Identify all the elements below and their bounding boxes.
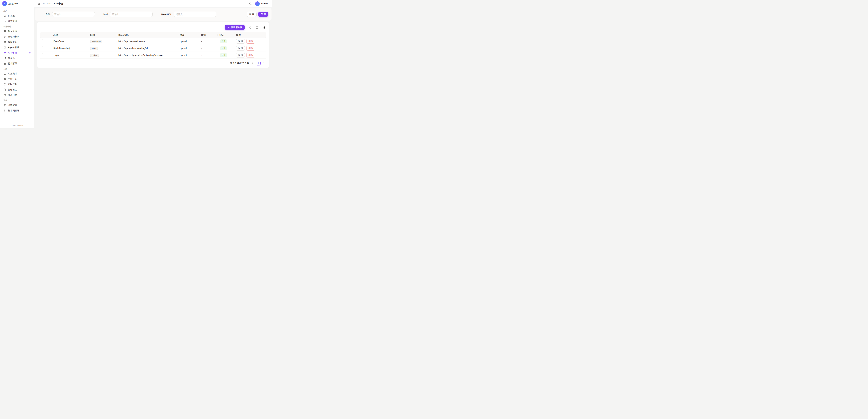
sidebar-footer-version: ZCLAW Admin v2	[0, 123, 34, 128]
filter-actions: 重 置 查 询	[247, 12, 268, 17]
sidebar-item-label: 用量统计	[8, 72, 17, 75]
sidebar-item-accounts[interactable]: 账号管理	[2, 29, 32, 34]
sidebar-item-prompt-management[interactable]: 提示词管理	[2, 108, 32, 113]
crown-icon	[3, 20, 6, 23]
table-row: zhipuzhipuhttps://open.bigmodel.cn/api/c…	[40, 52, 266, 59]
nav-section-label: 核心	[2, 8, 32, 13]
filter-label: 名称:	[45, 13, 51, 16]
delete-button[interactable]: 删 除	[246, 46, 255, 51]
base-url-cell: https://api.deepseek.com/v1	[116, 38, 178, 45]
pagination: 第 1-3 条/总共 3 条 1	[40, 59, 266, 66]
user-name: Admin	[261, 2, 268, 5]
providers-card: 新建服务商 名称标识Base URL协议RPM状态操作 DeepSeekdeep…	[37, 22, 269, 68]
clock-icon	[3, 83, 6, 86]
sidebar-item-label: 知识库	[8, 57, 15, 60]
expand-row-button[interactable]	[42, 53, 46, 57]
sidebar-item-knowledge-base[interactable]: 知识库	[2, 56, 32, 61]
sidebar-item-billing[interactable]: 计费管理	[2, 19, 32, 24]
sidebar-item-model-services[interactable]: 模型服务	[2, 39, 32, 44]
expand-row-button[interactable]	[42, 39, 46, 43]
sidebar-item-label: 行业配置	[8, 62, 17, 65]
protocol-cell: openai	[178, 45, 199, 52]
sidebar-collapse-button[interactable]	[37, 2, 40, 5]
nav-section-label: 系统	[2, 98, 32, 102]
store-icon	[3, 62, 6, 65]
active-indicator-dot	[29, 52, 31, 54]
sidebar-item-usage-stats[interactable]: 用量统计	[2, 71, 32, 76]
table-row: Kimi (Moonshot)kimihttps://api.kimi.com/…	[40, 45, 266, 52]
filter-field-identifier: 标识:	[103, 12, 153, 17]
refresh-table-button[interactable]	[249, 26, 252, 29]
breadcrumb-separator: /	[52, 2, 53, 5]
identifier-filter-input[interactable]	[110, 12, 153, 17]
swap-icon	[3, 78, 6, 81]
robot-icon	[3, 46, 6, 49]
edit-button[interactable]: 编 辑	[236, 39, 245, 43]
delete-button[interactable]: 删 除	[246, 39, 255, 43]
identifier-tag: deepseek	[90, 40, 102, 43]
sidebar-item-label: 计费管理	[8, 20, 17, 23]
next-page-button[interactable]	[262, 62, 265, 64]
breadcrumb-root[interactable]: ZCLAW	[43, 2, 51, 5]
search-button[interactable]: 查 询	[258, 12, 268, 17]
sidebar-item-api-keys[interactable]: API 密钥	[2, 50, 32, 55]
table-row: DeepSeekdeepseekhttps://api.deepseek.com…	[40, 38, 266, 45]
chat-bubble-icon	[3, 109, 6, 112]
delete-button[interactable]: 删 除	[246, 53, 255, 58]
brand-logo: Z	[2, 1, 7, 6]
shield-check-icon	[3, 35, 6, 38]
sidebar-item-roles-permissions[interactable]: 角色与权限	[2, 34, 32, 39]
main-area: ZCLAW / API 密钥 A Admin 名称:标识:Base URL: 重…	[34, 0, 272, 128]
sidebar-item-label: 账号管理	[8, 30, 17, 33]
column-settings-button[interactable]	[262, 26, 266, 29]
edit-button[interactable]: 编 辑	[236, 46, 245, 51]
column-header: RPM	[199, 32, 218, 38]
expand-row-button[interactable]	[42, 46, 46, 50]
identifier-tag: zhipu	[90, 54, 99, 57]
prev-page-button[interactable]	[251, 62, 254, 64]
identifier-tag: kimi	[90, 47, 98, 50]
sidebar-item-scheduled-tasks[interactable]: 定时任务	[2, 82, 32, 87]
column-header: Base URL	[116, 32, 178, 38]
name-filter-input[interactable]	[52, 12, 95, 17]
sidebar-item-agent-templates[interactable]: Agent 模板	[2, 45, 32, 50]
filter-field-name: 名称:	[45, 12, 95, 17]
page-number-button[interactable]: 1	[256, 61, 260, 65]
table-toolbar: 新建服务商	[40, 25, 266, 32]
filter-field-base_url: Base URL:	[161, 12, 216, 17]
sidebar-item-relay-tasks[interactable]: 中转任务	[2, 77, 32, 82]
pagination-summary: 第 1-3 条/总共 3 条	[230, 62, 249, 65]
protocol-cell: openai	[178, 52, 199, 59]
row-density-button[interactable]	[256, 26, 259, 29]
sidebar-item-sync-logs[interactable]: 同步日志	[2, 93, 32, 98]
new-provider-label: 新建服务商	[231, 26, 242, 29]
brand[interactable]: Z ZCLAW	[0, 0, 34, 7]
sidebar-item-label: 定时任务	[8, 83, 17, 86]
nav-section-label: 资源管理	[2, 24, 32, 29]
sidebar-item-label: 系统配置	[8, 104, 17, 107]
gauge-icon	[3, 14, 6, 17]
status-badge: 启用	[220, 39, 227, 43]
reset-button[interactable]: 重 置	[247, 12, 257, 17]
plus-icon	[227, 26, 230, 29]
table-header-row: 名称标识Base URL协议RPM状态操作	[40, 32, 266, 38]
sidebar-item-industry-config[interactable]: 行业配置	[2, 61, 32, 66]
filter-label: Base URL:	[161, 13, 172, 16]
user-menu[interactable]: A Admin	[255, 1, 268, 6]
base_url-filter-input[interactable]	[174, 12, 216, 17]
page-content: 名称:标识:Base URL: 重 置 查 询 新建服务商	[34, 7, 272, 68]
dark-mode-toggle[interactable]	[249, 2, 252, 5]
sidebar-item-label: 同步日志	[8, 94, 17, 97]
sidebar-item-label: 模型服务	[8, 40, 17, 43]
column-header: 操作	[234, 32, 266, 38]
status-badge: 启用	[220, 46, 227, 50]
new-provider-button[interactable]: 新建服务商	[225, 25, 245, 30]
sidebar-item-operation-logs[interactable]: 操作日志	[2, 87, 32, 92]
breadcrumb: ZCLAW / API 密钥	[43, 2, 63, 5]
sidebar-item-dashboard[interactable]: 仪表盘	[2, 13, 32, 19]
column-header-expand	[40, 32, 51, 38]
edit-button[interactable]: 编 辑	[236, 53, 245, 58]
provider-name-cell: Kimi (Moonshot)	[51, 45, 88, 52]
sidebar-item-system-config[interactable]: 系统配置	[2, 102, 32, 108]
top-header: ZCLAW / API 密钥 A Admin	[34, 0, 272, 7]
